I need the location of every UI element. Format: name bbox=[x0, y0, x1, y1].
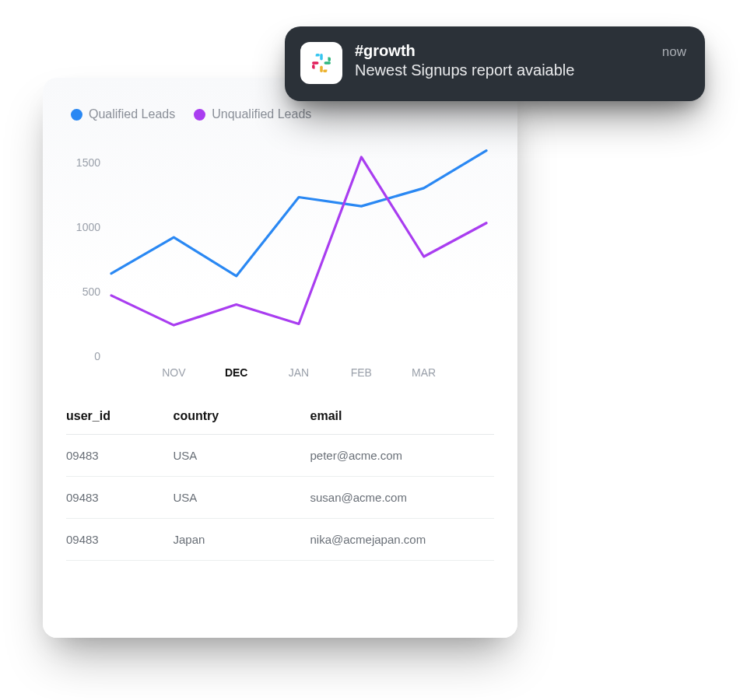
legend-item-qualified: Qualified Leads bbox=[71, 107, 175, 121]
svg-rect-1 bbox=[324, 61, 331, 65]
cell-country: USA bbox=[174, 435, 310, 477]
legend-label-qualified: Qualified Leads bbox=[89, 107, 175, 121]
col-header-email: email bbox=[310, 398, 495, 435]
y-axis: 050010001500 bbox=[76, 156, 100, 362]
legend-dot-qualified bbox=[71, 109, 82, 121]
signups-table: user_id country email 09483USApeter@acme… bbox=[66, 398, 494, 561]
legend-item-unqualified: Unqualified Leads bbox=[194, 107, 311, 121]
cell-email: nika@acmejapan.com bbox=[310, 519, 495, 561]
x-tick-label: JAN bbox=[289, 366, 309, 379]
cell-email: susan@acme.com bbox=[310, 477, 495, 519]
y-tick-label: 0 bbox=[94, 350, 100, 362]
chart-svg: 050010001500 NOVDECJANFEBMAR bbox=[66, 142, 494, 383]
y-tick-label: 1000 bbox=[76, 221, 100, 233]
x-tick-label: NOV bbox=[162, 366, 186, 379]
notification-header: #growth now bbox=[355, 42, 686, 60]
chart-legend: Qualified Leads Unqualified Leads bbox=[66, 107, 494, 121]
slack-notification[interactable]: #growth now Newest Signups report avaiab… bbox=[285, 26, 705, 101]
notification-title: #growth bbox=[355, 42, 416, 60]
series-line bbox=[111, 151, 486, 276]
table-header-row: user_id country email bbox=[66, 398, 494, 435]
table-body: 09483USApeter@acme.com09483USAsusan@acme… bbox=[66, 435, 494, 561]
legend-dot-unqualified bbox=[194, 109, 205, 121]
svg-rect-3 bbox=[312, 61, 318, 65]
notification-time: now bbox=[662, 44, 686, 60]
svg-rect-2 bbox=[320, 66, 323, 72]
table-row: 09483USApeter@acme.com bbox=[66, 435, 494, 477]
x-tick-label: MAR bbox=[412, 366, 436, 379]
cell-country: Japan bbox=[174, 519, 310, 561]
x-axis: NOVDECJANFEBMAR bbox=[162, 366, 436, 379]
notification-body: #growth now Newest Signups report avaiab… bbox=[355, 42, 686, 84]
cell-email: peter@acme.com bbox=[310, 435, 495, 477]
col-header-user-id: user_id bbox=[66, 398, 174, 435]
chart-series bbox=[111, 151, 486, 325]
report-card: Qualified Leads Unqualified Leads 050010… bbox=[43, 78, 517, 638]
cell-user_id: 09483 bbox=[66, 519, 174, 561]
slack-icon-svg bbox=[307, 48, 336, 78]
y-tick-label: 500 bbox=[82, 285, 101, 298]
table-row: 09483USAsusan@acme.com bbox=[66, 477, 494, 519]
x-tick-label: FEB bbox=[351, 366, 372, 379]
notification-message: Newest Signups report avaiable bbox=[355, 61, 686, 79]
cell-user_id: 09483 bbox=[66, 477, 174, 519]
legend-label-unqualified: Unqualified Leads bbox=[212, 107, 311, 121]
cell-user_id: 09483 bbox=[66, 435, 174, 477]
x-tick-label: DEC bbox=[225, 366, 248, 379]
cell-country: USA bbox=[174, 477, 310, 519]
leads-chart: 050010001500 NOVDECJANFEBMAR bbox=[66, 142, 494, 383]
y-tick-label: 1500 bbox=[76, 156, 100, 169]
col-header-country: country bbox=[174, 398, 310, 435]
table-row: 09483Japannika@acmejapan.com bbox=[66, 519, 494, 561]
slack-icon bbox=[300, 42, 342, 84]
svg-rect-0 bbox=[320, 54, 323, 60]
